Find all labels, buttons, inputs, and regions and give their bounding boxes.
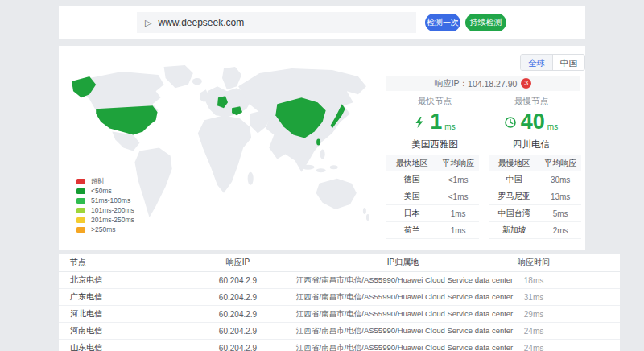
node-ip: 60.204.2.9 xyxy=(180,327,296,336)
node-name: 河北电信 xyxy=(59,308,180,320)
legend-swatch-timeout xyxy=(76,179,85,184)
map-indonesia xyxy=(301,165,314,170)
node-ip: 60.204.2.9 xyxy=(180,310,296,319)
region-name: 美国 xyxy=(386,191,437,202)
region-avg: 30ms xyxy=(539,176,581,184)
col-header-region: 最慢地区 xyxy=(489,158,539,169)
legend-item: >250ms xyxy=(76,227,134,233)
region-avg: <1ms xyxy=(437,176,479,184)
region-avg: 13ms xyxy=(539,192,581,201)
url-input-box[interactable]: ▷ xyxy=(137,12,416,33)
node-stats: 最快节点 1 ms 美国西雅图 最慢节点 40 ms 四川电信 xyxy=(386,96,580,151)
table-row: 中国台湾 5ms xyxy=(489,205,581,222)
node-name: 山东电信 xyxy=(59,342,180,351)
map-mexico xyxy=(112,131,139,151)
node-ip: 60.204.2.9 xyxy=(180,344,296,351)
slowest-node-value: 40 ms xyxy=(483,111,580,133)
node-time: 18ms xyxy=(510,276,558,285)
col-header-avg: 平均响应 xyxy=(437,158,479,169)
map-south-america xyxy=(134,148,171,217)
fastest-node-title: 最快节点 xyxy=(386,96,483,107)
table-row: 中国 30ms xyxy=(489,171,581,188)
table-row: 德国 <1ms xyxy=(386,171,479,188)
node-time: 29ms xyxy=(510,310,558,319)
legend-swatch-51-100 xyxy=(76,198,85,204)
legend-swatch-gt250 xyxy=(76,227,85,233)
node-name: 北京电信 xyxy=(59,275,180,286)
legend-item: 201ms-250ms xyxy=(76,217,134,223)
node-ip: 60.204.2.9 xyxy=(180,293,296,302)
slowest-node-stat: 最慢节点 40 ms 四川电信 xyxy=(483,96,580,151)
table-row: 河南电信 60.204.2.9 江西省/南昌市/电信/AS55990/Huawe… xyxy=(59,323,620,340)
node-location: 江西省/南昌市/电信/AS55990/Huawei Cloud Service … xyxy=(296,292,510,303)
node-location: 江西省/南昌市/电信/AS55990/Huawei Cloud Service … xyxy=(296,275,510,286)
legend-item: 51ms-100ms xyxy=(76,198,134,204)
region-name: 中国台湾 xyxy=(489,208,539,219)
legend-label: 超时 xyxy=(91,178,105,185)
region-tables: 最快地区 平均响应 德国 <1ms 美国 <1ms 日本 1ms 荷兰 1ms xyxy=(386,155,581,239)
clock-icon xyxy=(505,117,516,128)
col-header-avg: 平均响应 xyxy=(539,158,581,169)
test-once-button[interactable]: 检测一次 xyxy=(425,14,460,31)
fastest-ms-number: 1 xyxy=(430,111,442,133)
node-location: 江西省/南昌市/电信/AS55990/Huawei Cloud Service … xyxy=(296,343,510,351)
node-time: 24ms xyxy=(510,344,558,351)
node-time: 31ms xyxy=(510,293,558,302)
table-row: 河北电信 60.204.2.9 江西省/南昌市/电信/AS55990/Huawe… xyxy=(59,306,620,323)
ip-count-badge[interactable]: 3 xyxy=(521,78,531,89)
table-header-row: 最快地区 平均响应 xyxy=(386,155,479,171)
region-name: 日本 xyxy=(386,208,437,219)
region-avg: 1ms xyxy=(437,226,479,235)
fastest-node-value: 1 ms xyxy=(386,111,483,133)
response-ip-strip: 响应IP： 104.18.27.90 3 xyxy=(386,76,580,91)
map-indonesia-3 xyxy=(330,165,338,169)
fastest-regions-table: 最快地区 平均响应 德国 <1ms 美国 <1ms 日本 1ms 荷兰 1ms xyxy=(386,155,479,239)
map-indonesia-2 xyxy=(316,168,326,172)
col-header-node: 节点 xyxy=(59,257,180,268)
map-new-zealand xyxy=(363,208,366,214)
fastest-ms-unit: ms xyxy=(444,122,455,131)
table-row: 北京电信 60.204.2.9 江西省/南昌市/电信/AS55990/Huawe… xyxy=(59,272,620,289)
table-row: 新加坡 2ms xyxy=(489,222,581,239)
result-card: 超时 <50ms 51ms-100ms 101ms-200ms 201ms-25… xyxy=(59,46,585,250)
legend-swatch-lt50 xyxy=(76,188,85,194)
legend-swatch-201-250 xyxy=(76,217,85,223)
tab-china[interactable]: 中国 xyxy=(552,55,584,70)
node-location: 江西省/南昌市/电信/AS55990/Huawei Cloud Service … xyxy=(296,309,510,320)
map-africa xyxy=(198,115,251,192)
region-avg: 2ms xyxy=(539,226,581,235)
map-taiwan-highlight xyxy=(316,138,320,145)
slowest-ms-number: 40 xyxy=(521,111,545,133)
col-header-ip: 响应IP xyxy=(180,257,296,268)
fastest-node-stat: 最快节点 1 ms 美国西雅图 xyxy=(386,96,483,151)
continuous-test-button[interactable]: 持续检测 xyxy=(465,14,506,31)
region-name: 德国 xyxy=(386,174,437,185)
map-madagascar xyxy=(248,172,254,185)
region-avg: 1ms xyxy=(437,209,479,218)
region-name: 罗马尼亚 xyxy=(489,191,539,202)
node-name: 广东电信 xyxy=(59,291,180,303)
table-row: 山东电信 60.204.2.9 江西省/南昌市/电信/AS55990/Huawe… xyxy=(59,340,620,351)
region-name: 中国 xyxy=(489,174,539,185)
url-input[interactable] xyxy=(158,17,408,28)
legend-label: >250ms xyxy=(91,226,115,233)
region-name: 新加坡 xyxy=(489,225,539,236)
table-header-row: 最慢地区 平均响应 xyxy=(489,155,581,171)
table-row: 日本 1ms xyxy=(386,205,479,222)
legend-label: <50ms xyxy=(91,188,112,195)
col-header-time: 响应时间 xyxy=(510,257,558,268)
map-new-zealand-2 xyxy=(366,214,369,221)
table-row: 罗马尼亚 13ms xyxy=(489,188,581,205)
region-name: 荷兰 xyxy=(386,225,437,236)
map-iceland xyxy=(192,78,202,85)
search-card: ▷ 检测一次 持续检测 xyxy=(59,6,585,39)
slowest-ms-unit: ms xyxy=(547,122,558,131)
node-ip: 60.204.2.9 xyxy=(180,276,296,285)
region-avg: 5ms xyxy=(539,209,581,218)
col-header-location: IP归属地 xyxy=(296,257,510,268)
node-name: 河南电信 xyxy=(59,325,180,337)
slowest-regions-table: 最慢地区 平均响应 中国 30ms 罗马尼亚 13ms 中国台湾 5ms 新加坡… xyxy=(489,155,581,239)
tab-global[interactable]: 全球 xyxy=(521,55,552,70)
node-time: 24ms xyxy=(510,327,558,336)
map-philippines xyxy=(320,150,325,159)
